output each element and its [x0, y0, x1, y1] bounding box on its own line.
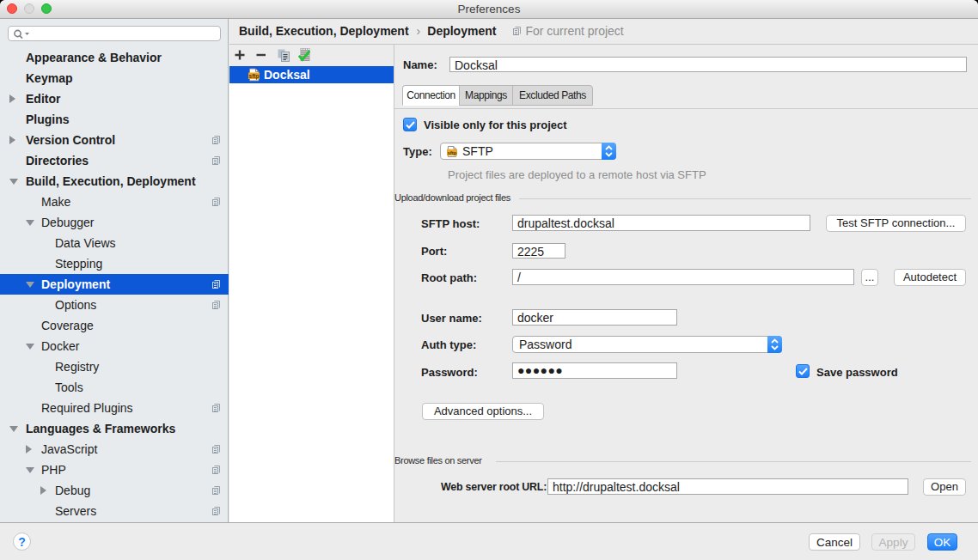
svg-text:sftp: sftp — [249, 73, 260, 80]
svg-text:sftp: sftp — [448, 150, 457, 155]
